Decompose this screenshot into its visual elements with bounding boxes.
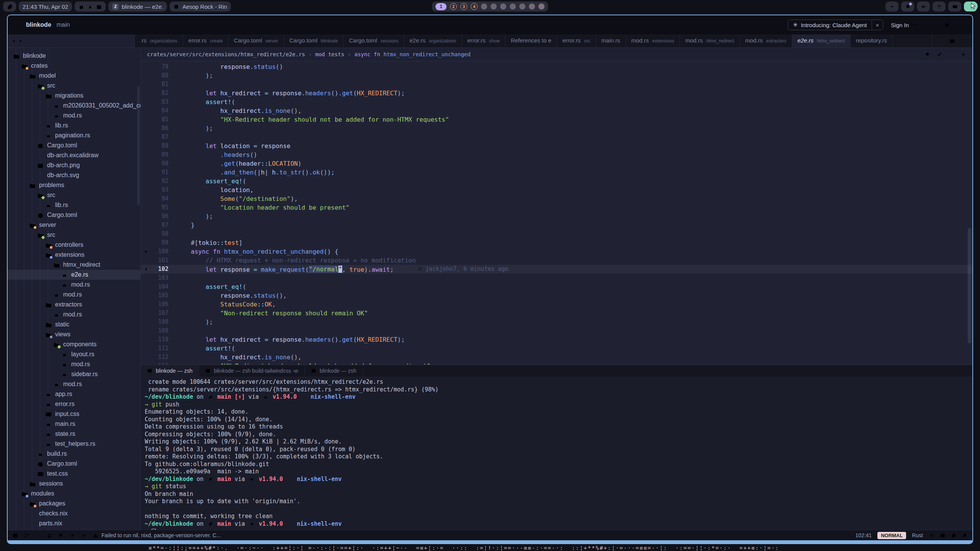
tree-item-build-rs[interactable]: build.rs [8, 449, 140, 459]
tree-item-layout-rs[interactable]: layout.rs [8, 349, 140, 359]
code-line-104[interactable]: 104assert_eq!( [141, 282, 972, 291]
code-line-111[interactable]: 111assert!( [141, 344, 972, 353]
code-line-101[interactable]: 101// HTMX request + non-redirect respon… [141, 256, 972, 265]
tree-item-cargo-toml[interactable]: Cargo.toml [8, 140, 140, 150]
docs-icon[interactable] [940, 532, 946, 539]
tree-item-checks-nix[interactable]: checks.nix [8, 509, 140, 518]
branch-name[interactable]: main [57, 21, 70, 28]
close-button[interactable] [960, 22, 965, 28]
code-editor[interactable]: 79response.status()80);8182let hx_redire… [141, 61, 972, 365]
collab-panel-icon[interactable] [47, 532, 52, 539]
tree-item-src[interactable]: src [8, 81, 140, 91]
tree-item-main-rs[interactable]: main.rs [8, 419, 140, 429]
maximize-button[interactable] [944, 22, 950, 28]
tree-item-lib-rs[interactable]: lib.rs [8, 121, 140, 130]
terminal-tab-blinkode-zsh[interactable]: blinkode — zsh [141, 365, 199, 377]
tree-item-src[interactable]: src [8, 230, 140, 240]
tab-mod-rs-extractors[interactable]: mod.rsextractors [740, 34, 792, 47]
git-panel-icon[interactable] [24, 532, 29, 539]
tree-item-sidebar-rs[interactable]: sidebar.rs [8, 369, 140, 379]
code-line-110[interactable]: 110let hx_redirect = response.headers().… [141, 335, 972, 344]
project-panel-scrollbar[interactable] [137, 86, 140, 205]
zoom-pane-button[interactable] [961, 37, 967, 44]
workspace-empty[interactable] [491, 3, 497, 10]
code-line-82[interactable]: 82let hx_redirect = response.headers().g… [141, 89, 972, 98]
code-line-112[interactable]: 112hx_redirect.is_none(), [141, 353, 972, 362]
minimize-button[interactable] [928, 22, 934, 28]
code-line-80[interactable]: 80); [141, 71, 972, 80]
tab-rs-organizations[interactable]: .rsorganizations [135, 34, 183, 47]
code-line-79[interactable]: 79response.status() [141, 62, 972, 71]
tree-item-mod-rs[interactable]: mod.rs [8, 359, 140, 369]
tree-item-mod-rs[interactable]: mod.rs [8, 379, 140, 389]
diagnostics-check-icon[interactable] [81, 532, 87, 539]
tree-item-cargo-toml[interactable]: Cargo.toml [8, 459, 140, 469]
tree-item-migrations[interactable]: migrations [8, 91, 140, 101]
promo-close-button[interactable]: × [872, 20, 883, 30]
outline-panel-icon[interactable] [35, 532, 41, 539]
notification-bell-icon[interactable] [962, 532, 968, 539]
code-line-87[interactable]: 87 [141, 133, 972, 142]
tree-item-pagination-rs[interactable]: pagination.rs [8, 130, 140, 140]
code-line-88[interactable]: 88let location = response [141, 142, 972, 150]
promo-link[interactable]: ✳Introducing: Claude Agent [788, 20, 871, 30]
cursor-position[interactable]: 102:41 [855, 532, 872, 538]
workspace-empty[interactable] [529, 3, 535, 10]
code-line-100[interactable]: 100async fn htmx_non_redirect_unchanged(… [141, 247, 972, 256]
tree-item-db-arch-png[interactable]: db-arch.png [8, 160, 140, 170]
project-panel-icon[interactable] [12, 532, 18, 539]
archive-icon[interactable] [96, 3, 102, 10]
copilot-icon[interactable] [951, 532, 957, 539]
tab-e2e-rs-htmx-redirect[interactable]: e2e.rshtmx_redirect [792, 34, 850, 47]
code-line-89[interactable]: 89.headers() [141, 150, 972, 159]
tab-e2e-rs-organizations[interactable]: e2e.rsorganizations [404, 34, 462, 47]
chevron-down-icon[interactable] [885, 2, 898, 11]
tree-item-error-rs[interactable]: error.rs [8, 399, 140, 409]
breadcrumb[interactable]: crates/server/src/extensions/htmx_redire… [141, 48, 972, 61]
code-line-99[interactable]: 99#[tokio::test] [141, 238, 972, 247]
code-line-85[interactable]: 85"HX-Redirect header should not be adde… [141, 115, 972, 124]
workspace-empty[interactable] [539, 3, 545, 10]
code-line-105[interactable]: 105response.status(), [141, 291, 972, 300]
tree-item-htmx-redirect[interactable]: htmx_redirect [8, 260, 140, 270]
tab-references-to-e[interactable]: References to e [505, 34, 557, 47]
tree-item-extractors[interactable]: extractors [8, 300, 140, 310]
sign-in-button[interactable]: Sign In [891, 22, 917, 28]
workspace-4[interactable]: 4 [471, 3, 478, 10]
tree-item-mod-rs[interactable]: mod.rs [8, 280, 140, 290]
tree-item-db-arch-excalidraw[interactable]: db-arch.excalidraw [8, 150, 140, 160]
tree-item-m20260331-005002-add-cours[interactable]: m20260331_005002_add_cours [8, 101, 140, 111]
volume-icon[interactable] [917, 2, 930, 11]
code-line-97[interactable]: 97} [141, 221, 972, 230]
workspace-empty[interactable] [500, 3, 506, 10]
tab-repository-rs[interactable]: repository.rs [851, 34, 893, 47]
active-window-pill[interactable]: blinkode — e2e. [108, 2, 167, 11]
project-name[interactable]: blinkode [26, 21, 51, 28]
tab-error-rs-src[interactable]: error.rssrc [557, 34, 596, 47]
tree-item-crates[interactable]: crates [8, 61, 140, 71]
tree-item-mod-rs[interactable]: mod.rs [8, 310, 140, 320]
tab-error-rs-show[interactable]: error.rsshow [462, 34, 506, 47]
code-line-84[interactable]: 84hx_redirect.is_none(), [141, 106, 972, 115]
tree-item-app-rs[interactable]: app.rs [8, 389, 140, 399]
nav-forward-icon[interactable] [18, 38, 24, 44]
tree-item-test-helpers-rs[interactable]: test_helpers.rs [8, 439, 140, 449]
tree-item-views[interactable]: views [8, 329, 140, 339]
media-pill[interactable]: Aesop Rock - Rin [170, 2, 231, 11]
terminal-tab-blinkode-zsh[interactable]: blinkode — zsh [305, 365, 363, 377]
terminal[interactable]: create mode 100644 crates/server/src/ext… [141, 377, 972, 530]
diagnostics-message[interactable]: Failed to run nil, nixd, package-version… [93, 532, 221, 538]
timer-icon[interactable] [78, 3, 84, 10]
editor-scrollbar[interactable] [968, 228, 971, 343]
workspace-active[interactable]: 1 [436, 3, 447, 10]
tree-item-mod-rs[interactable]: mod.rs [8, 290, 140, 300]
inlay-toggle-icon[interactable] [929, 532, 934, 539]
workspace-switcher[interactable]: 1234 [432, 2, 548, 11]
tree-item-lib-rs[interactable]: lib.rs [8, 200, 140, 210]
code-line-109[interactable]: 109 [141, 326, 972, 335]
clock[interactable]: 21:43 Thu, Apr 02 [19, 2, 72, 11]
language-selector[interactable]: Rust [912, 532, 923, 538]
flame-icon[interactable] [87, 3, 93, 10]
network-off-icon[interactable] [933, 2, 946, 11]
tree-item-e2e-rs[interactable]: e2e.rs [8, 270, 140, 280]
